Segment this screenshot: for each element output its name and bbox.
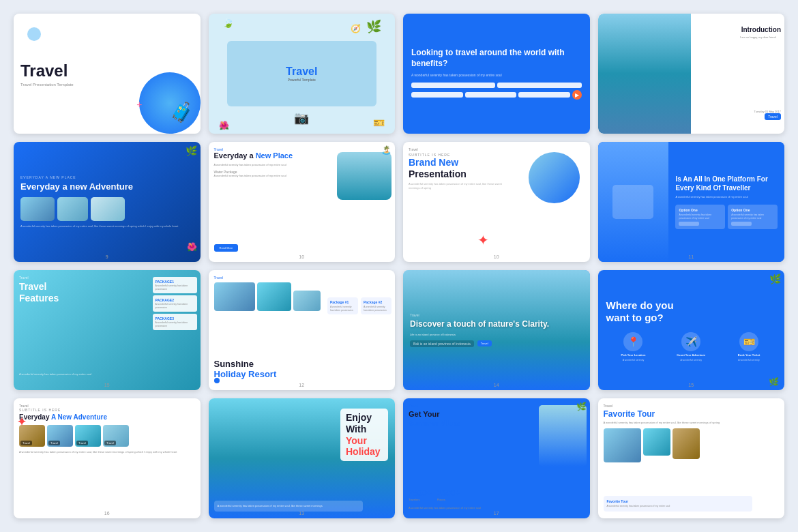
slide2-leaf1: 🌿 xyxy=(366,19,381,34)
slide7-title-p1: Brand New xyxy=(409,157,458,168)
slide14-enjoy: Enjoy With xyxy=(346,412,372,434)
slide8-text: A wonderful serenity has taken possessio… xyxy=(675,195,778,199)
slide16-text: A wonderful serenity has taken possessio… xyxy=(604,421,780,425)
slide15-stat2-label: Places xyxy=(437,498,460,501)
slide12-leaf2: 🌿 xyxy=(769,377,779,387)
slide10-title-p1: Sunshine xyxy=(214,359,254,369)
slide5-leaf: 🌿 xyxy=(186,145,197,156)
slide12-icon2-label: Count Your Adventure xyxy=(677,353,705,357)
slide4-date: Tuesday 01 May 2017 xyxy=(754,110,781,113)
slide10-pkg2: Package #2 xyxy=(364,300,389,304)
slide12-icon1-text: A wonderful serenity xyxy=(623,359,645,361)
slide-14[interactable]: Enjoy With Your Holiday A wonderful sere… xyxy=(209,398,396,518)
slide6-title-p1: Everyday a xyxy=(214,151,256,160)
slide13-subtitle: SUBTITLE IS HERE xyxy=(19,408,195,412)
slide-11[interactable]: Travel Discover a touch of nature's Clar… xyxy=(403,270,590,390)
slide10-pkg1: Package #1 xyxy=(330,300,355,304)
slide15-summer: Summer Vibes xyxy=(409,419,460,427)
slide9-pkg1-text: A wonderful serenity has taken possessio… xyxy=(156,284,194,291)
slide15-stat2-num: 1500+ xyxy=(437,488,460,498)
slide-13[interactable]: Travel SUBTITLE IS HERE Everyday A New A… xyxy=(14,398,201,518)
slide7-star: ✦ xyxy=(477,232,489,248)
slide9-pkg3: PACKAGE3 xyxy=(156,316,194,321)
slide15-stat1-num: 7500+ xyxy=(409,488,432,498)
slide3-btn[interactable]: ▶ xyxy=(572,90,582,100)
slide-6[interactable]: Travel Everyday a New Place A wonderful … xyxy=(209,142,396,262)
slide12-leaf: 🌿 xyxy=(769,274,781,284)
slide7-text: A wonderful serenity has taken possessio… xyxy=(409,182,505,190)
slide8-title: Is An All In One Platform For Every Kind… xyxy=(675,175,778,192)
slide5-title: Everyday a new Adventure xyxy=(20,181,194,192)
slide2-camera: 📷 xyxy=(294,110,309,125)
slide-7[interactable]: Travel SUBTITLE IS HERE Brand New Presen… xyxy=(403,142,590,262)
slide-16[interactable]: Travel Favorite Tour A wonderful serenit… xyxy=(598,398,785,518)
slide-8[interactable]: Is An All In One Platform For Every Kind… xyxy=(598,142,785,262)
slide8-opt2-text: A wonderful serenity has taken possessio… xyxy=(731,213,774,220)
slide7-title: Brand New Presentation xyxy=(409,157,505,180)
slide-5[interactable]: EVERYDAY A NEW PLACE Everyday a new Adve… xyxy=(14,142,201,262)
slide9-title-p1: Travel xyxy=(19,281,46,292)
slide8-opt1-text: A wonderful serenity has taken possessio… xyxy=(679,213,722,220)
slide16-fav-text: A wonderful serenity has taken possessio… xyxy=(607,505,750,508)
slide11-btn[interactable]: Travel xyxy=(477,340,492,346)
slide10-title-p2: Holiday Resort xyxy=(214,369,277,379)
slide7-title-p2: Presentation xyxy=(409,168,467,179)
slide6-btn[interactable]: Read More xyxy=(214,244,239,252)
slide-12[interactable]: Where do you want to go? 📍 Pick Your Loc… xyxy=(598,270,785,390)
slide11-label: Travel xyxy=(410,313,583,317)
slide13-arrow: ✦ xyxy=(17,415,26,428)
slide15-stat1-label: Travelers xyxy=(409,498,432,501)
slide15-text: A wonderful serenity has taken possessio… xyxy=(409,506,511,510)
slide4-subtitle: I am so happy, my dear friend xyxy=(740,35,781,40)
slide14-holiday: Your Holiday xyxy=(346,435,381,458)
slide-1[interactable]: Travel Travel Presentation Template 🧳 + xyxy=(14,14,201,134)
slide7-label: Travel xyxy=(409,147,585,151)
slide16-fav-title: Favorite Tour xyxy=(607,499,750,503)
slide7-num: 10 xyxy=(494,254,499,259)
slide2-leaf2: 🍃 xyxy=(222,17,234,28)
slide6-num: 10 xyxy=(299,254,304,259)
slide15-get: Get Your xyxy=(409,410,439,418)
slide6-icon: 🏝️ xyxy=(381,145,391,155)
slide14-title: Enjoy With Your Holiday xyxy=(340,409,388,461)
slide5-label: EVERYDAY A NEW PLACE xyxy=(20,175,194,179)
slide-15[interactable]: Travel Get Your Summer Vibes 7500+ Trave… xyxy=(403,398,590,518)
slide11-num: 14 xyxy=(494,383,499,387)
slide5-leaf2: 🌺 xyxy=(187,242,197,252)
slides-grid: Travel Travel Presentation Template 🧳 + … xyxy=(0,0,798,532)
slide-2[interactable]: 🌿 🍃 🧭 Travel Powerful Template 📷 🎫 🌺 xyxy=(209,14,396,134)
slide4-badge[interactable]: Travel xyxy=(765,113,781,120)
slide-10[interactable]: Travel Sunshine Holiday Resort Package #… xyxy=(209,270,396,390)
slide12-icon3-label: Book Your Ticket xyxy=(738,353,760,357)
slide-3[interactable]: Looking to travel around the world with … xyxy=(403,14,590,134)
slide16-title: Favorite Tour xyxy=(604,409,780,419)
slide14-num: 13 xyxy=(299,511,304,516)
slide6-title: Everyday a New Place xyxy=(214,151,311,160)
slide11-title: Discover a touch of nature's Clarity. xyxy=(410,319,583,330)
slide-9[interactable]: Travel Travel Features PACKAGE1 A wonder… xyxy=(14,270,201,390)
slide8-opt1: Option One xyxy=(679,208,722,212)
slide6-text: A wonderful serenity has taken possessio… xyxy=(214,163,302,167)
slide14-text: A wonderful serenity has taken possessio… xyxy=(218,504,360,508)
slide9-pkg3-text: A wonderful serenity has taken possessio… xyxy=(156,321,194,327)
slide8-num: 11 xyxy=(688,254,694,259)
slide2-ticket: 🎫 xyxy=(373,117,385,128)
slide12-icon1-label: Pick Your Location xyxy=(621,353,645,357)
slide13-num: 16 xyxy=(104,511,110,516)
slide10-label: Travel xyxy=(214,276,390,280)
slide1-plus-icon: + xyxy=(136,99,142,110)
slide15-title: Get Your Summer Vibes xyxy=(409,410,505,428)
slide13-title: Everyday A New Adventure xyxy=(19,413,195,422)
slide11-location: Bali is an island province of Indonesia xyxy=(410,340,474,347)
slide2-title: Travel xyxy=(286,65,317,78)
slide9-pkg2-text: A wonderful serenity has taken possessio… xyxy=(156,303,194,309)
slide10-pkg1-text: A wonderful serenity has taken possessio… xyxy=(330,306,355,312)
slide5-text: A wonderful serenity has taken possessio… xyxy=(20,224,194,228)
slide-4[interactable]: Travel Introduction I am so happy, my de… xyxy=(598,14,785,134)
slide15-num: 17 xyxy=(494,511,499,516)
slide9-pkg1: PACKAGE1 xyxy=(156,280,194,284)
slide4-title: Introduction xyxy=(741,26,781,33)
slide6-pkg-text: A wonderful serenity has taken possessio… xyxy=(214,174,311,178)
slide12-icon3: 🎫 xyxy=(739,332,758,351)
slide8-opt2: Option One xyxy=(731,208,774,212)
